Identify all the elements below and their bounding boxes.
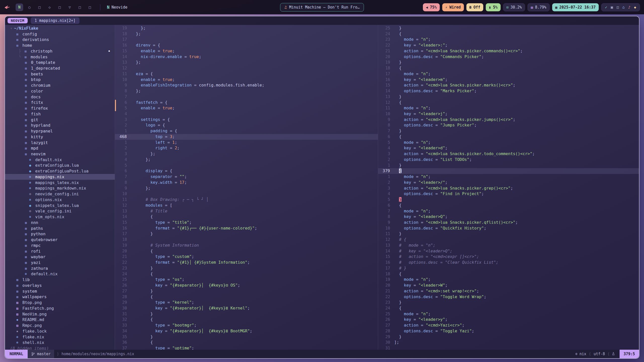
code-line[interactable]: 26 key = "{#separator}│ {#keys}⊡ OS"; xyxy=(115,283,378,288)
tree-item-paths[interactable]: ■paths xyxy=(5,225,115,231)
tree-item-config[interactable]: ■config xyxy=(5,31,115,37)
bar-module-clock[interactable]: ▦2025-07-22 16:37 xyxy=(552,3,599,11)
code-line[interactable]: 15 type = "title"; xyxy=(115,220,378,225)
code-line[interactable]: 16 format = "{#1}┌── {#}{user-name-color… xyxy=(115,225,378,231)
tree-item-mappings_markdown.nix[interactable]: ❄mappings_markdown.nix xyxy=(5,186,115,191)
tree-item-btop[interactable]: ■btop xyxy=(5,77,115,83)
code-line[interactable]: 6 { xyxy=(378,203,639,208)
code-line[interactable]: 15 enable = true; xyxy=(115,48,378,54)
display-icon[interactable]: ▣ xyxy=(611,5,613,10)
code-line[interactable]: 21 action = "<cmd>:set wrap!<cr>"; xyxy=(378,288,639,294)
tree-item-lazygit[interactable]: ■lazygit xyxy=(5,140,115,146)
code-line[interactable]: 2 options.desc = "List TODOs"; xyxy=(378,157,639,163)
bar-module-battery[interactable]: ▮5% xyxy=(486,3,501,11)
code-line[interactable]: 1 left = 1; xyxy=(115,140,378,146)
tree-item-mpd[interactable]: ■mpd xyxy=(5,145,115,151)
bar-module-memory[interactable]: ▤8.79% xyxy=(528,3,550,11)
code-line[interactable]: 1 } xyxy=(378,163,639,168)
tree-item-beets[interactable]: ■beets xyxy=(5,71,115,77)
music-note-icon[interactable]: ♪ xyxy=(628,5,630,10)
code-line[interactable]: 6 fastfetch = { xyxy=(115,100,378,106)
workspace-icon[interactable]: □ xyxy=(36,4,43,11)
code-line[interactable]: 17 mode = "n"; xyxy=(378,71,639,77)
code-line[interactable]: 25 } xyxy=(378,25,639,31)
code-line[interactable]: 12 xyxy=(115,65,378,71)
code-line[interactable]: 10 xyxy=(115,191,378,197)
workspace-active[interactable]: N xyxy=(16,4,23,11)
code-line[interactable]: 6 { xyxy=(378,134,639,140)
code-line[interactable]: 5 enable = true; xyxy=(115,105,378,111)
code-line[interactable]: 16 key = "<leader>m"; xyxy=(378,77,639,83)
code-line[interactable]: 23 mode = "n"; xyxy=(378,37,639,42)
code-line[interactable]: 23 } xyxy=(378,300,639,305)
workspace-icon[interactable]: ◇ xyxy=(46,4,53,11)
check-icon[interactable]: ✓ xyxy=(605,5,607,10)
code-line[interactable]: 6 display = { xyxy=(115,168,378,174)
code-line[interactable]: 30]; xyxy=(378,340,639,345)
code-line[interactable]: 18 }; xyxy=(115,31,378,37)
code-line[interactable]: 22 format = "{#1}│ {#}System Information… xyxy=(115,260,378,265)
tree-item-zathura[interactable]: ■zathura xyxy=(5,265,115,271)
launcher-bird-icon[interactable] xyxy=(4,4,11,11)
code-line[interactable]: 9 action = "<cmd>lua Snacks.picker.jumps… xyxy=(378,117,639,123)
tree-item-options.nix[interactable]: ❄options.nix xyxy=(5,197,115,203)
code-line[interactable]: 10 key = "<leader>j"; xyxy=(378,111,639,117)
code-line[interactable]: 19 # System Information xyxy=(115,243,378,248)
code-line[interactable]: 22 options.desc = "Toggle Word Wrap"; xyxy=(378,294,639,300)
code-line[interactable]: 17 xyxy=(115,37,378,42)
code-line[interactable]: 7 separator = ""; xyxy=(115,174,378,180)
tree-item-system[interactable]: ■system xyxy=(5,288,115,294)
code-line[interactable]: 14 nix-direnv.enable = true; xyxy=(115,54,378,60)
tree-item-home[interactable]: ■home xyxy=(5,42,115,48)
code-line[interactable]: 31 } xyxy=(115,311,378,317)
tree-item-extraConfigLuaPost.lua[interactable]: ●extraConfigLuaPost.lua xyxy=(5,168,115,174)
code-line[interactable]: 37 type = "uptime"; xyxy=(115,345,378,350)
tree-item-neovide_config.ini[interactable]: ⚙neovide_config.ini xyxy=(5,191,115,197)
tree-item-chromium[interactable]: ■chromium xyxy=(5,82,115,88)
code-line[interactable]: 8 key.width = 17; xyxy=(115,180,378,186)
home-icon[interactable]: ⌂ xyxy=(622,5,625,10)
tree-item-hyprland[interactable]: ■hyprland xyxy=(5,122,115,128)
code-line[interactable]: 8 key = "<leader>Q"; xyxy=(378,214,639,220)
code-line[interactable]: 16 # options.desc = "Clear Quickfix List… xyxy=(378,260,639,265)
code-line[interactable]: 23 } xyxy=(115,265,378,271)
code-line[interactable]: 20 options.desc = "Commands Picker"; xyxy=(378,54,639,60)
code-line[interactable]: 19 } xyxy=(378,60,639,65)
active-app-title[interactable]: N Neovide xyxy=(107,5,127,10)
tree-item-rmpc[interactable]: ■rmpc xyxy=(5,243,115,248)
code-line[interactable]: 29 type = "kernel"; xyxy=(115,300,378,305)
code-line[interactable]: 34 key = "{#separator}│ {#keys}≣ BootMGR… xyxy=(115,328,378,334)
code-line[interactable]: 13 # Title xyxy=(115,208,378,214)
code-line[interactable]: 18 { xyxy=(378,271,639,277)
bar-module-bluetooth[interactable]: ɃOff xyxy=(466,3,484,11)
code-line[interactable]: 13 } xyxy=(378,94,639,100)
code-line[interactable]: 12 { xyxy=(378,100,639,106)
code-line[interactable]: 21 action = "<cmd>lua Snacks.picker.comm… xyxy=(378,48,639,54)
tree-item-default.nix[interactable]: ❄default.nix xyxy=(5,157,115,163)
code-line[interactable]: 12 modules = [ xyxy=(115,203,378,208)
code-line[interactable]: 16 direnv = { xyxy=(115,42,378,48)
tree-item-lib[interactable]: ■lib xyxy=(5,277,115,283)
code-line[interactable]: 17 # } xyxy=(378,265,639,271)
tree-item-nnn[interactable]: ■nnn xyxy=(5,220,115,225)
workspace-icon[interactable]: □ xyxy=(86,4,94,11)
code-line[interactable]: 32 { xyxy=(115,317,378,323)
tree-item-extraConfigLua.lua[interactable]: ●extraConfigLua.lua xyxy=(5,163,115,168)
tree-item-modules[interactable]: └■modules xyxy=(5,54,115,60)
code-line[interactable]: 12 # { xyxy=(378,237,639,243)
tree-item-derivations[interactable]: ■derivations xyxy=(5,37,115,42)
tree-item-mappings_latex.nix[interactable]: ❄mappings_latex.nix xyxy=(5,180,115,186)
code-line[interactable]: 4 options.desc = "Find in Project"; xyxy=(378,191,639,197)
code-line[interactable]: 25 type = "os"; xyxy=(115,277,378,283)
code-line[interactable]: 4 xyxy=(115,111,378,117)
tree-item-flake.lock[interactable]: ▪flake.lock xyxy=(5,328,115,334)
code-line[interactable]: 7 } xyxy=(378,128,639,134)
tree-item-fcitx[interactable]: ■fcitx xyxy=(5,100,115,106)
code-line[interactable]: 7 xyxy=(115,94,378,100)
code-line[interactable]: 5 } xyxy=(378,197,639,203)
code-line[interactable]: 24 { xyxy=(378,31,639,37)
code-line[interactable]: 5 mode = "n"; xyxy=(378,140,639,146)
tree-item-NixFlake[interactable]: ▾~/NixFlake xyxy=(5,25,115,31)
code-line[interactable]: 20 { xyxy=(115,248,378,254)
code-line[interactable]: 11 eza = { xyxy=(115,71,378,77)
